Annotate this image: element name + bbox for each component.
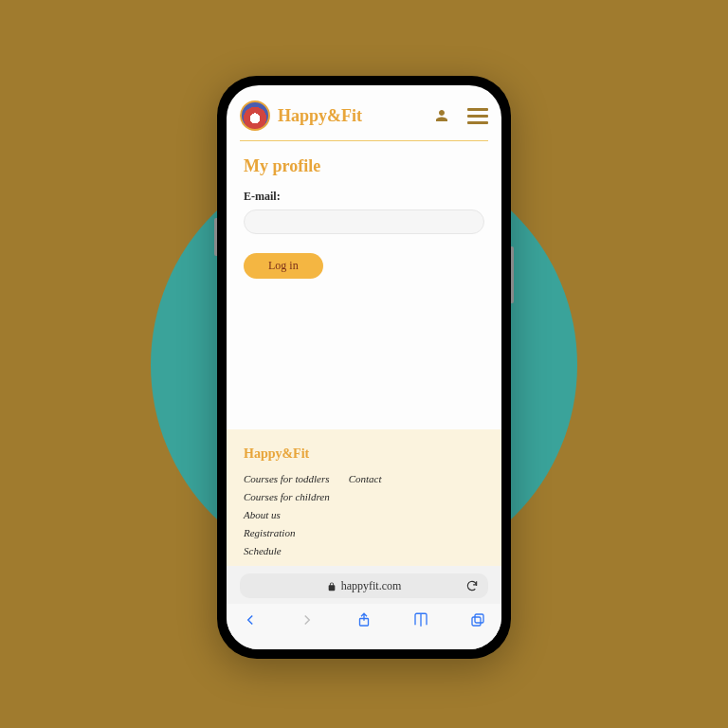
footer-link-registration[interactable]: Registration [244, 527, 330, 538]
share-icon[interactable] [355, 611, 373, 632]
user-icon[interactable] [433, 107, 450, 124]
phone-power-button [511, 246, 514, 303]
footer-link-contact[interactable]: Contact [349, 473, 382, 484]
phone-side-button [214, 218, 217, 256]
hamburger-menu-icon[interactable] [467, 108, 488, 124]
page-footer: Happy&Fit Courses for toddlers Courses f… [227, 429, 501, 566]
phone-frame: Happy&Fit My profile E-mail: Log in Happ… [217, 76, 511, 659]
footer-link-schedule[interactable]: Schedule [244, 545, 330, 556]
email-field[interactable] [244, 209, 484, 234]
footer-link-children[interactable]: Courses for children [244, 491, 330, 502]
footer-link-toddlers[interactable]: Courses for toddlers [244, 473, 330, 484]
phone-screen: Happy&Fit My profile E-mail: Log in Happ… [227, 85, 501, 649]
back-icon[interactable] [242, 611, 259, 632]
tabs-icon[interactable] [469, 611, 486, 632]
browser-url-bar: happyfit.com [227, 566, 501, 604]
lock-icon [327, 581, 337, 591]
footer-brand: Happy&Fit [244, 446, 484, 462]
svg-rect-2 [475, 614, 483, 623]
forward-icon [299, 611, 316, 632]
main-content: My profile E-mail: Log in [227, 141, 501, 429]
login-button[interactable]: Log in [244, 253, 323, 279]
footer-link-about[interactable]: About us [244, 509, 330, 520]
browser-nav-bar [227, 604, 501, 649]
brand-name[interactable]: Happy&Fit [278, 106, 426, 126]
url-pill[interactable]: happyfit.com [240, 573, 488, 598]
refresh-icon[interactable] [465, 579, 479, 592]
page-title: My profile [244, 156, 484, 176]
email-label: E-mail: [244, 190, 484, 204]
app-header: Happy&Fit [227, 85, 501, 140]
brand-logo-icon[interactable] [240, 100, 270, 131]
url-text: happyfit.com [341, 579, 402, 593]
bookmarks-icon[interactable] [412, 611, 429, 632]
svg-rect-1 [472, 617, 481, 626]
